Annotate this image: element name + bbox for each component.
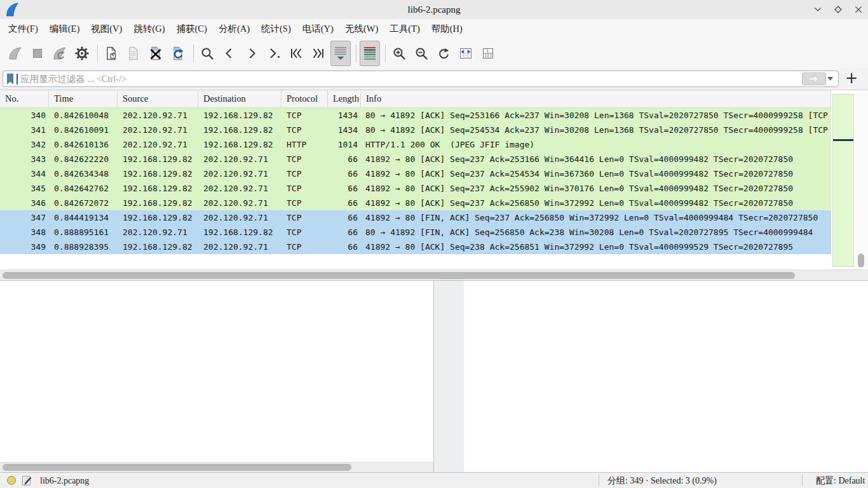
column-header-protocol[interactable]: Protocol <box>281 90 328 107</box>
cell-destination: 202.120.92.71 <box>198 181 281 196</box>
packet-row[interactable]: 344 0.842634348 192.168.129.82 202.120.9… <box>0 166 831 181</box>
text-caret <box>17 74 18 85</box>
title-bar: lib6-2.pcapng <box>0 0 868 20</box>
colorize-packets-toggle[interactable] <box>360 41 380 66</box>
packet-row[interactable]: 343 0.842622220 192.168.129.82 202.120.9… <box>0 152 831 166</box>
column-header-source[interactable]: Source <box>118 90 198 107</box>
open-file-icon[interactable] <box>101 41 121 66</box>
menu-item-file[interactable]: 文件(F) <box>3 19 44 38</box>
stop-capture-icon[interactable] <box>27 41 48 66</box>
menu-item-tools[interactable]: 工具(T) <box>384 19 426 38</box>
menu-item-analyze[interactable]: 分析(A) <box>213 19 255 38</box>
display-filter-input[interactable]: 应用显示过滤器 ... <Ctrl-/> <box>3 71 839 87</box>
minimize-icon[interactable] <box>812 4 824 15</box>
cell-source: 192.168.129.82 <box>118 152 198 166</box>
go-to-packet-icon[interactable] <box>264 41 284 66</box>
go-forward-icon[interactable] <box>241 41 262 66</box>
cell-source: 192.168.129.82 <box>118 196 198 210</box>
status-bar: lib6-2.pcapng 分组: 349 · Selected: 3 (0.9… <box>0 472 868 488</box>
cell-time: 0.842672072 <box>49 196 118 210</box>
menu-item-telephony[interactable]: 电话(Y) <box>297 19 339 38</box>
packet-row[interactable]: 345 0.842642762 192.168.129.82 202.120.9… <box>0 181 831 196</box>
add-filter-button[interactable]: + <box>844 71 859 86</box>
packet-list-vertical-scrollbar[interactable] <box>855 90 868 269</box>
menu-item-view[interactable]: 视图(V) <box>85 19 128 38</box>
packet-row[interactable]: 342 0.842610136 202.120.92.71 192.168.12… <box>0 137 831 152</box>
go-back-icon[interactable] <box>219 41 240 66</box>
horizontal-scrollbar-thumb[interactable] <box>3 272 795 279</box>
status-separator <box>599 475 599 486</box>
cell-length: 66 <box>328 166 361 181</box>
menu-item-help[interactable]: 帮助(H) <box>426 19 468 38</box>
layout-icon[interactable]: 123 <box>478 41 498 66</box>
start-capture-icon[interactable] <box>5 41 25 66</box>
cell-protocol: TCP <box>281 225 328 240</box>
cell-length: 66 <box>328 196 361 210</box>
cell-time: 0.842610091 <box>49 123 118 137</box>
cell-destination: 192.168.129.82 <box>198 108 281 123</box>
find-packet-icon[interactable] <box>197 41 217 66</box>
cell-length: 1014 <box>328 137 361 152</box>
capture-options-icon[interactable] <box>72 41 92 66</box>
cell-source: 202.120.92.71 <box>118 225 198 240</box>
packet-row[interactable]: 348 0.888895161 202.120.92.71 192.168.12… <box>0 225 831 240</box>
menu-item-go[interactable]: 跳转(G) <box>128 19 170 38</box>
packet-row[interactable]: 346 0.842672072 192.168.129.82 202.120.9… <box>0 196 831 210</box>
status-profile[interactable]: 配置: Default <box>816 474 865 487</box>
cell-source: 192.168.129.82 <box>118 210 198 225</box>
auto-scroll-toggle[interactable] <box>330 41 351 66</box>
menu-item-edit[interactable]: 编辑(E) <box>44 19 86 38</box>
wireshark-window: lib6-2.pcapng 文件(F) 编辑(E) 视图(V) 跳转(G) 捕获… <box>0 0 868 488</box>
cell-no: 345 <box>0 181 49 196</box>
column-header-destination[interactable]: Destination <box>198 90 281 107</box>
cell-no: 347 <box>0 210 49 225</box>
zoom-reset-icon[interactable] <box>433 41 454 66</box>
zoom-in-icon[interactable] <box>389 41 409 66</box>
filter-bookmark-icon[interactable] <box>6 72 15 85</box>
cell-no: 348 <box>0 225 49 240</box>
go-first-packet-icon[interactable] <box>286 41 306 66</box>
packet-list-horizontal-scrollbar[interactable] <box>0 269 868 280</box>
cell-time: 0.888895161 <box>49 225 118 240</box>
packet-row[interactable]: 341 0.842610091 202.120.92.71 192.168.12… <box>0 123 831 137</box>
svg-text:2: 2 <box>484 53 487 58</box>
save-file-icon[interactable] <box>123 41 144 66</box>
status-packet-counts: 分组: 349 · Selected: 3 (0.9%) <box>607 474 717 487</box>
menu-item-wireless[interactable]: 无线(W) <box>339 19 384 38</box>
cell-protocol: TCP <box>281 166 328 181</box>
cell-no: 346 <box>0 196 49 210</box>
vertical-scrollbar-thumb[interactable] <box>858 254 864 268</box>
reload-file-icon[interactable] <box>168 41 188 66</box>
capture-comment-icon[interactable] <box>21 475 32 486</box>
column-header-time[interactable]: Time <box>49 90 118 107</box>
menu-item-capture[interactable]: 捕获(C) <box>171 19 213 38</box>
filter-dropdown-icon[interactable] <box>827 77 833 81</box>
zoom-out-icon[interactable] <box>411 41 431 66</box>
maximize-icon[interactable] <box>832 4 844 15</box>
cell-no: 343 <box>0 152 49 166</box>
column-header-no[interactable]: No. <box>0 90 49 107</box>
cell-length: 1434 <box>328 108 361 123</box>
close-icon[interactable] <box>853 4 864 15</box>
apply-filter-button[interactable] <box>802 72 826 85</box>
column-header-length[interactable]: Length <box>328 90 361 107</box>
packet-row[interactable]: 349 0.888928395 192.168.129.82 202.120.9… <box>0 240 831 254</box>
expert-info-icon[interactable] <box>6 475 17 485</box>
column-header-info[interactable]: Info <box>361 90 831 107</box>
menu-item-statistics[interactable]: 统计(S) <box>255 19 297 38</box>
packet-row[interactable]: 340 0.842610048 202.120.92.71 192.168.12… <box>0 108 831 123</box>
cell-info: 41892 → 80 [ACK] Seq=237 Ack=255902 Win=… <box>361 181 831 196</box>
restart-capture-icon[interactable] <box>50 41 70 66</box>
go-last-packet-icon[interactable] <box>308 41 329 66</box>
cell-destination: 192.168.129.82 <box>198 123 281 137</box>
details-scrollbar-thumb[interactable] <box>3 464 351 471</box>
packet-row[interactable]: 347 0.844419134 192.168.129.82 202.120.9… <box>0 210 831 225</box>
resize-columns-icon[interactable] <box>456 41 476 66</box>
cell-protocol: TCP <box>281 152 328 166</box>
details-horizontal-scrollbar[interactable] <box>0 462 433 472</box>
toolbar-separator <box>97 44 98 62</box>
lower-panes <box>0 280 868 472</box>
intelligent-scrollbar-minimap[interactable] <box>832 94 854 267</box>
close-file-icon[interactable] <box>146 41 166 66</box>
toolbar-separator <box>385 44 386 62</box>
